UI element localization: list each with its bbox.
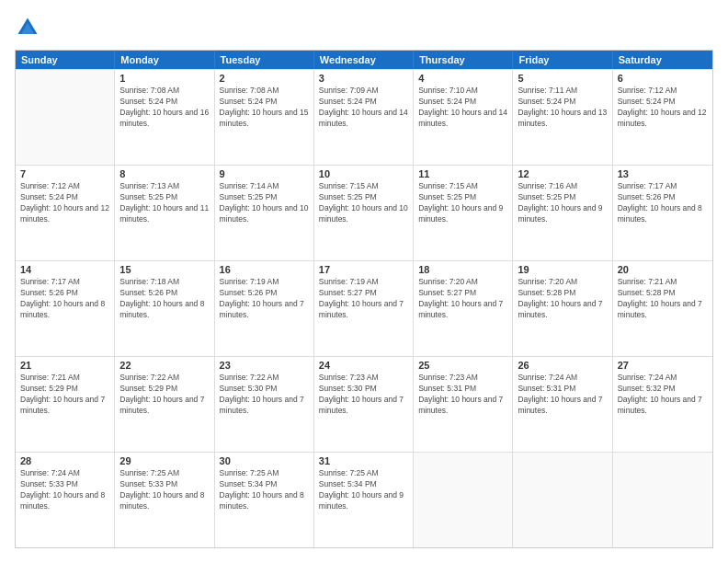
- calendar-cell: 13Sunrise: 7:17 AMSunset: 5:26 PMDayligh…: [613, 166, 712, 260]
- day-number: 22: [119, 360, 209, 371]
- day-info: Sunrise: 7:16 AMSunset: 5:25 PMDaylight:…: [518, 181, 607, 225]
- calendar-cell: 18Sunrise: 7:20 AMSunset: 5:27 PMDayligh…: [414, 261, 513, 356]
- calendar-row: 21Sunrise: 7:21 AMSunset: 5:29 PMDayligh…: [16, 356, 712, 452]
- day-number: 13: [618, 168, 708, 179]
- calendar-cell: 7Sunrise: 7:12 AMSunset: 5:24 PMDaylight…: [16, 166, 115, 260]
- day-number: 23: [220, 360, 309, 371]
- day-number: 2: [220, 73, 309, 84]
- day-info: Sunrise: 7:14 AMSunset: 5:25 PMDaylight:…: [220, 181, 309, 225]
- day-number: 17: [319, 264, 408, 275]
- calendar-cell: 31Sunrise: 7:25 AMSunset: 5:34 PMDayligh…: [314, 453, 414, 547]
- day-number: 16: [220, 264, 309, 275]
- calendar-cell: [16, 70, 115, 165]
- calendar-cell: 9Sunrise: 7:14 AMSunset: 5:25 PMDaylight…: [215, 166, 314, 260]
- day-number: 9: [220, 168, 309, 179]
- day-info: Sunrise: 7:17 AMSunset: 5:26 PMDaylight:…: [618, 181, 708, 225]
- day-info: Sunrise: 7:22 AMSunset: 5:29 PMDaylight:…: [119, 373, 209, 417]
- calendar-cell: 30Sunrise: 7:25 AMSunset: 5:34 PMDayligh…: [215, 453, 314, 547]
- day-info: Sunrise: 7:17 AMSunset: 5:26 PMDaylight:…: [20, 277, 109, 321]
- calendar-cell: 10Sunrise: 7:15 AMSunset: 5:25 PMDayligh…: [314, 166, 414, 260]
- day-info: Sunrise: 7:24 AMSunset: 5:33 PMDaylight:…: [20, 468, 109, 512]
- calendar-cell: 11Sunrise: 7:15 AMSunset: 5:25 PMDayligh…: [414, 166, 513, 260]
- day-number: 27: [618, 360, 708, 371]
- calendar-cell: 28Sunrise: 7:24 AMSunset: 5:33 PMDayligh…: [16, 453, 115, 547]
- day-info: Sunrise: 7:10 AMSunset: 5:24 PMDaylight:…: [418, 86, 507, 130]
- day-info: Sunrise: 7:22 AMSunset: 5:30 PMDaylight:…: [220, 373, 309, 417]
- day-info: Sunrise: 7:08 AMSunset: 5:24 PMDaylight:…: [220, 86, 309, 130]
- weekday-header: Friday: [513, 51, 612, 69]
- day-number: 15: [119, 264, 209, 275]
- day-number: 28: [20, 455, 109, 466]
- day-info: Sunrise: 7:20 AMSunset: 5:27 PMDaylight:…: [418, 277, 507, 321]
- day-number: 7: [20, 168, 109, 179]
- logo: [15, 15, 44, 40]
- calendar-cell: [613, 453, 712, 547]
- calendar-cell: 23Sunrise: 7:22 AMSunset: 5:30 PMDayligh…: [215, 357, 314, 452]
- day-number: 18: [418, 264, 507, 275]
- day-number: 19: [518, 264, 607, 275]
- calendar-cell: 8Sunrise: 7:13 AMSunset: 5:25 PMDaylight…: [115, 166, 214, 260]
- day-number: 31: [319, 455, 408, 466]
- calendar-cell: 12Sunrise: 7:16 AMSunset: 5:25 PMDayligh…: [513, 166, 612, 260]
- day-number: 10: [319, 168, 408, 179]
- day-number: 25: [418, 360, 507, 371]
- day-info: Sunrise: 7:21 AMSunset: 5:29 PMDaylight:…: [20, 373, 109, 417]
- calendar-row: 7Sunrise: 7:12 AMSunset: 5:24 PMDaylight…: [16, 165, 712, 260]
- calendar-cell: 6Sunrise: 7:12 AMSunset: 5:24 PMDaylight…: [613, 70, 712, 165]
- calendar-cell: 1Sunrise: 7:08 AMSunset: 5:24 PMDaylight…: [115, 70, 214, 165]
- calendar-row: 28Sunrise: 7:24 AMSunset: 5:33 PMDayligh…: [16, 452, 712, 547]
- calendar-row: 1Sunrise: 7:08 AMSunset: 5:24 PMDaylight…: [16, 69, 712, 165]
- calendar-header: SundayMondayTuesdayWednesdayThursdayFrid…: [16, 51, 712, 69]
- calendar-cell: 26Sunrise: 7:24 AMSunset: 5:31 PMDayligh…: [513, 357, 612, 452]
- weekday-header: Wednesday: [314, 51, 414, 69]
- day-info: Sunrise: 7:15 AMSunset: 5:25 PMDaylight:…: [319, 181, 408, 225]
- calendar-cell: [414, 453, 513, 547]
- header: [15, 15, 713, 40]
- day-number: 3: [319, 73, 408, 84]
- day-info: Sunrise: 7:08 AMSunset: 5:24 PMDaylight:…: [119, 86, 209, 130]
- day-info: Sunrise: 7:19 AMSunset: 5:27 PMDaylight:…: [319, 277, 408, 321]
- day-info: Sunrise: 7:12 AMSunset: 5:24 PMDaylight:…: [618, 86, 708, 130]
- day-number: 5: [518, 73, 607, 84]
- day-number: 11: [418, 168, 507, 179]
- calendar-cell: 17Sunrise: 7:19 AMSunset: 5:27 PMDayligh…: [314, 261, 414, 356]
- day-info: Sunrise: 7:20 AMSunset: 5:28 PMDaylight:…: [518, 277, 607, 321]
- calendar-cell: 14Sunrise: 7:17 AMSunset: 5:26 PMDayligh…: [16, 261, 115, 356]
- calendar-cell: 3Sunrise: 7:09 AMSunset: 5:24 PMDaylight…: [314, 70, 414, 165]
- day-number: 8: [119, 168, 209, 179]
- day-info: Sunrise: 7:25 AMSunset: 5:34 PMDaylight:…: [319, 468, 408, 512]
- day-info: Sunrise: 7:24 AMSunset: 5:31 PMDaylight:…: [518, 373, 607, 417]
- day-info: Sunrise: 7:11 AMSunset: 5:24 PMDaylight:…: [518, 86, 607, 130]
- day-info: Sunrise: 7:25 AMSunset: 5:34 PMDaylight:…: [220, 468, 309, 512]
- weekday-header: Thursday: [414, 51, 513, 69]
- logo-icon: [15, 15, 40, 40]
- calendar-cell: 5Sunrise: 7:11 AMSunset: 5:24 PMDaylight…: [513, 70, 612, 165]
- day-number: 20: [618, 264, 708, 275]
- day-info: Sunrise: 7:12 AMSunset: 5:24 PMDaylight:…: [20, 181, 109, 225]
- day-info: Sunrise: 7:25 AMSunset: 5:33 PMDaylight:…: [119, 468, 209, 512]
- weekday-header: Saturday: [613, 51, 712, 69]
- day-number: 14: [20, 264, 109, 275]
- day-info: Sunrise: 7:23 AMSunset: 5:30 PMDaylight:…: [319, 373, 408, 417]
- calendar-cell: 24Sunrise: 7:23 AMSunset: 5:30 PMDayligh…: [314, 357, 414, 452]
- day-info: Sunrise: 7:15 AMSunset: 5:25 PMDaylight:…: [418, 181, 507, 225]
- day-info: Sunrise: 7:23 AMSunset: 5:31 PMDaylight:…: [418, 373, 507, 417]
- weekday-header: Monday: [115, 51, 214, 69]
- day-number: 29: [119, 455, 209, 466]
- calendar-cell: 21Sunrise: 7:21 AMSunset: 5:29 PMDayligh…: [16, 357, 115, 452]
- calendar-cell: 29Sunrise: 7:25 AMSunset: 5:33 PMDayligh…: [115, 453, 214, 547]
- calendar-row: 14Sunrise: 7:17 AMSunset: 5:26 PMDayligh…: [16, 260, 712, 356]
- day-number: 30: [220, 455, 309, 466]
- day-number: 1: [119, 73, 209, 84]
- calendar-cell: 2Sunrise: 7:08 AMSunset: 5:24 PMDaylight…: [215, 70, 314, 165]
- day-number: 26: [518, 360, 607, 371]
- page: SundayMondayTuesdayWednesdayThursdayFrid…: [0, 0, 728, 563]
- day-info: Sunrise: 7:09 AMSunset: 5:24 PMDaylight:…: [319, 86, 408, 130]
- day-number: 21: [20, 360, 109, 371]
- calendar-cell: 16Sunrise: 7:19 AMSunset: 5:26 PMDayligh…: [215, 261, 314, 356]
- day-info: Sunrise: 7:18 AMSunset: 5:26 PMDaylight:…: [119, 277, 209, 321]
- day-number: 6: [618, 73, 708, 84]
- day-info: Sunrise: 7:21 AMSunset: 5:28 PMDaylight:…: [618, 277, 708, 321]
- day-number: 4: [418, 73, 507, 84]
- day-number: 12: [518, 168, 607, 179]
